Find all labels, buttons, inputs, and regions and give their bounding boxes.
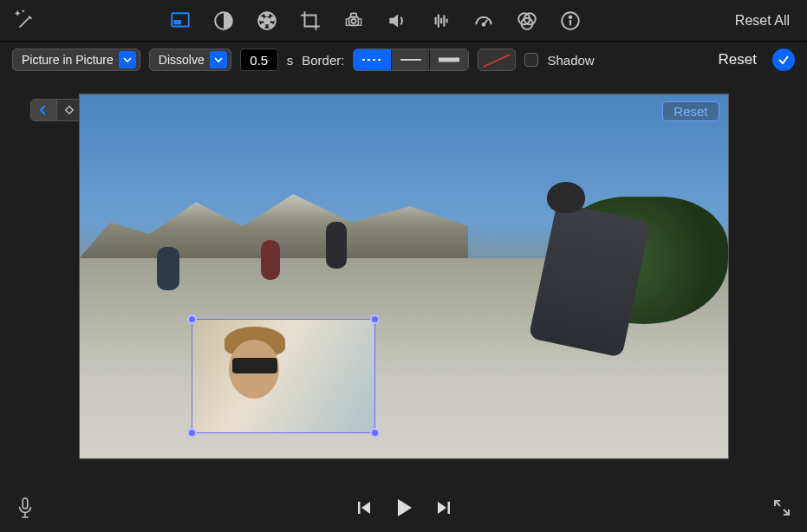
resize-handle-br[interactable]: [370, 428, 380, 438]
chevron-down-icon: [210, 51, 227, 68]
border-none-option[interactable]: [354, 49, 392, 70]
scene-skater: [326, 222, 347, 269]
crop-icon[interactable]: [296, 7, 324, 35]
scene-helmet: [547, 182, 585, 213]
reset-all-button[interactable]: Reset All: [735, 13, 795, 29]
overlay-icon[interactable]: [166, 7, 194, 35]
play-button[interactable]: [392, 496, 416, 523]
reset-button[interactable]: Reset: [719, 51, 757, 68]
overlay-mode-select[interactable]: Picture in Picture: [12, 49, 140, 71]
svg-point-13: [483, 23, 485, 25]
clip-filter-icon[interactable]: [513, 7, 541, 35]
info-icon[interactable]: [556, 7, 584, 35]
scene-skater: [157, 247, 179, 290]
apply-button[interactable]: [772, 49, 795, 71]
resize-handle-tl[interactable]: [187, 315, 197, 324]
fullscreen-button[interactable]: [772, 498, 791, 521]
transition-value: Dissolve: [159, 53, 205, 67]
duration-input[interactable]: [240, 49, 278, 71]
border-style-segmented: [353, 49, 469, 71]
playback-controls: [355, 496, 452, 523]
magic-wand-icon[interactable]: [12, 7, 40, 35]
speed-icon[interactable]: [470, 7, 498, 35]
svg-rect-23: [23, 498, 28, 509]
color-correction-icon[interactable]: [253, 7, 281, 35]
nav-back-button[interactable]: [31, 100, 57, 120]
resize-handle-tr[interactable]: [370, 315, 380, 324]
shadow-checkbox[interactable]: [524, 53, 538, 67]
viewer-wrapper: Reset: [79, 94, 729, 459]
svg-point-4: [264, 17, 270, 23]
stabilization-icon[interactable]: [340, 7, 368, 35]
prev-frame-button[interactable]: [355, 499, 373, 520]
noise-reduction-icon[interactable]: [426, 7, 454, 35]
duration-unit-label: s: [287, 53, 294, 68]
svg-point-18: [569, 16, 572, 18]
overlay-mode-value: Picture in Picture: [22, 53, 114, 67]
svg-point-7: [269, 23, 272, 27]
svg-point-8: [262, 23, 265, 27]
volume-icon[interactable]: [383, 7, 411, 35]
svg-point-11: [351, 18, 355, 23]
next-frame-button[interactable]: [435, 499, 452, 520]
svg-rect-22: [66, 107, 73, 114]
svg-rect-12: [351, 13, 357, 16]
voiceover-mic-button[interactable]: [16, 496, 35, 522]
border-thin-option[interactable]: [392, 49, 430, 70]
transition-select[interactable]: Dissolve: [149, 49, 231, 71]
playback-bar: [0, 487, 807, 532]
border-thick-option[interactable]: [430, 49, 468, 70]
preview-viewer[interactable]: Reset: [79, 94, 729, 459]
svg-point-9: [260, 16, 264, 20]
svg-rect-25: [447, 502, 450, 514]
border-label: Border:: [302, 53, 344, 68]
viewer-reset-button[interactable]: Reset: [662, 101, 719, 121]
scene-skater: [261, 240, 280, 280]
svg-point-5: [265, 12, 269, 16]
overlay-options-bar: Picture in Picture Dissolve s Border: Sh…: [0, 42, 807, 78]
color-balance-icon[interactable]: [210, 7, 238, 35]
chevron-down-icon: [119, 51, 136, 68]
border-color-swatch[interactable]: [478, 49, 516, 71]
svg-point-6: [271, 16, 275, 20]
resize-handle-bl[interactable]: [187, 428, 197, 438]
svg-rect-1: [173, 19, 181, 23]
svg-rect-24: [358, 502, 361, 514]
pip-overlay[interactable]: [192, 320, 374, 432]
pip-figure: [232, 358, 277, 373]
shadow-label: Shadow: [547, 53, 594, 68]
adjustments-toolbar: Reset All: [0, 0, 807, 42]
